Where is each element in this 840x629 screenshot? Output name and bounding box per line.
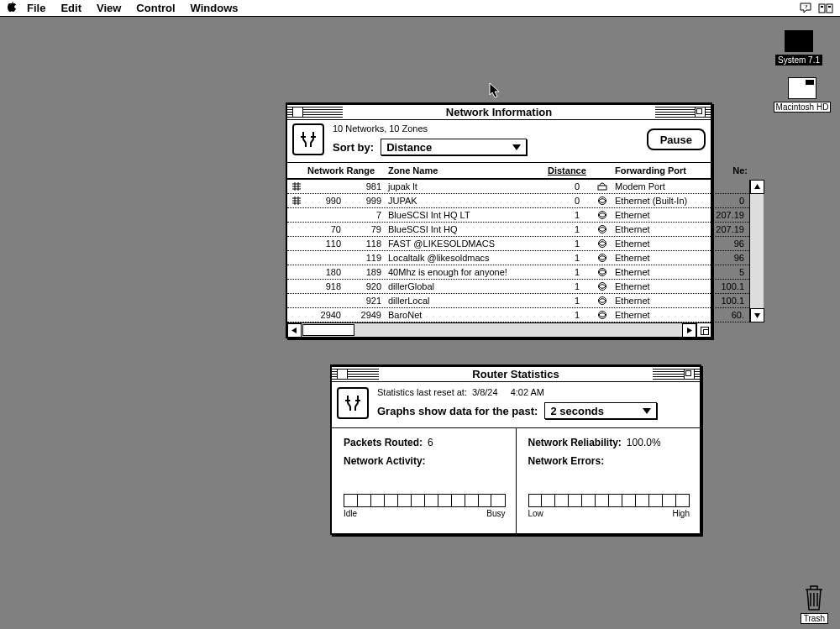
table-row[interactable]: 981jupak lt0Modem Port <box>287 180 749 194</box>
help-menu-icon[interactable]: ? <box>798 3 813 14</box>
table-row[interactable]: 918920dillerGlobal1Ethernet100.1 <box>287 280 749 294</box>
titlebar[interactable]: Network Information <box>287 104 711 120</box>
table-row[interactable]: 110118FAST @LIKESOLDMACS1Ethernet96 <box>287 237 749 251</box>
window-title: Network Information <box>343 106 656 118</box>
distance: 1 <box>546 208 591 222</box>
zone-name: JUPAK <box>386 194 546 207</box>
titlebar[interactable]: Router Statistics <box>332 366 700 382</box>
network-information-window[interactable]: Network Information 10 Networks, 10 Zone… <box>286 102 712 338</box>
next-hop <box>706 180 749 193</box>
scroll-up-icon[interactable] <box>750 180 764 194</box>
stats-reset-date: 3/8/24 <box>472 387 498 397</box>
svg-point-7 <box>599 212 606 219</box>
table-row[interactable]: 29402949BaroNet1Ethernet60. <box>287 308 749 322</box>
scroll-thumb[interactable] <box>302 324 354 336</box>
menu-edit[interactable]: Edit <box>60 2 81 14</box>
port-icon <box>591 294 613 307</box>
chevron-down-icon <box>512 144 521 150</box>
menu-file[interactable]: File <box>27 2 45 14</box>
svg-point-6 <box>599 197 606 205</box>
gauge-high-label: High <box>672 509 690 518</box>
row-type-icon <box>287 294 306 307</box>
table-row[interactable]: 7079BlueSCSI Int HQ1Ethernet207.19 <box>287 223 749 237</box>
range-start: 70 <box>306 223 346 236</box>
network-reliability-label: Network Reliability: <box>528 437 622 448</box>
svg-rect-2 <box>827 4 832 13</box>
scroll-track[interactable] <box>302 323 682 337</box>
close-box[interactable] <box>292 107 303 118</box>
range-end: 981 <box>346 180 386 193</box>
menubar[interactable]: File Edit View Control Windows ? <box>0 0 840 17</box>
range-start <box>306 294 346 307</box>
range-end: 7 <box>346 208 386 222</box>
port-icon <box>591 237 613 250</box>
scroll-right-icon[interactable] <box>682 323 696 338</box>
zone-name: dillerLocal <box>386 294 546 307</box>
port-icon <box>591 265 613 279</box>
table-row[interactable]: 18018940Mhz is enough for anyone!1Ethern… <box>287 265 749 280</box>
col-next: Ne: <box>706 163 749 178</box>
network-activity-label: Network Activity: <box>344 455 426 467</box>
pause-button[interactable]: Pause <box>647 128 706 150</box>
forwarding-port: Modem Port <box>613 180 706 193</box>
range-end: 79 <box>346 223 386 236</box>
zone-name: BaroNet <box>386 308 546 322</box>
vertical-scrollbar[interactable] <box>749 180 764 322</box>
distance: 0 <box>546 180 591 193</box>
forwarding-port: Ethernet <box>613 308 706 322</box>
port-icon <box>591 180 613 193</box>
menu-windows[interactable]: Windows <box>191 2 239 14</box>
close-box[interactable] <box>337 369 348 380</box>
graphs-period-popup[interactable]: 2 seconds <box>544 402 657 419</box>
desktop-icon-system[interactable]: System 7.1 <box>769 30 828 66</box>
row-type-icon <box>287 237 306 250</box>
sort-by-popup[interactable]: Distance <box>381 139 527 155</box>
table-row[interactable]: 921dillerLocal1Ethernet100.1 <box>287 294 749 308</box>
app-icon <box>337 387 369 419</box>
forwarding-port: Ethernet <box>613 237 706 250</box>
network-summary: 10 Networks, 10 Zones <box>333 123 527 134</box>
svg-text:?: ? <box>805 3 808 10</box>
row-type-icon <box>287 280 306 293</box>
scroll-down-icon[interactable] <box>750 308 764 322</box>
zone-name: dillerGlobal <box>386 280 546 293</box>
port-icon <box>591 308 613 322</box>
menu-view[interactable]: View <box>97 2 121 14</box>
svg-point-8 <box>599 226 606 233</box>
distance: 0 <box>546 194 591 207</box>
forwarding-port: Ethernet <box>613 280 706 293</box>
range-end: 119 <box>346 251 386 265</box>
table-row[interactable]: 7BlueSCSI Int HQ LT1Ethernet207.19 <box>287 208 749 223</box>
trash-icon[interactable]: Trash <box>801 583 828 624</box>
forwarding-port: Ethernet <box>613 223 706 236</box>
table-row[interactable]: 990999JUPAK0Ethernet (Built-In)0 <box>287 194 749 208</box>
distance: 1 <box>546 251 591 265</box>
next-hop: 207.19 <box>706 208 749 222</box>
svg-point-14 <box>599 312 606 319</box>
grow-box[interactable] <box>696 322 711 337</box>
svg-rect-3 <box>821 6 823 8</box>
packets-routed-label: Packets Routed: <box>344 437 423 448</box>
row-type-icon <box>287 208 306 222</box>
router-statistics-window[interactable]: Router Statistics Statistics last reset … <box>330 364 701 535</box>
next-hop: 96 <box>706 251 749 265</box>
horizontal-scrollbar[interactable] <box>287 322 696 337</box>
zoom-box[interactable] <box>695 107 706 118</box>
scroll-left-icon[interactable] <box>287 323 302 338</box>
zoom-box[interactable] <box>684 369 695 380</box>
application-menu-icon[interactable] <box>818 3 833 14</box>
next-hop: 5 <box>706 265 749 279</box>
scroll-track[interactable] <box>750 194 764 308</box>
network-errors-gauge: Low High <box>528 494 690 518</box>
row-type-icon <box>287 308 306 322</box>
network-activity-gauge: Idle Busy <box>344 494 506 518</box>
zone-name: BlueSCSI Int HQ LT <box>386 208 546 222</box>
menu-control[interactable]: Control <box>136 2 175 14</box>
distance: 1 <box>546 237 591 250</box>
apple-menu-icon[interactable] <box>7 0 17 16</box>
table-row[interactable]: 119Localtalk @likesoldmacs1Ethernet96 <box>287 251 749 265</box>
range-end: 118 <box>346 237 386 250</box>
desktop-icon-hd[interactable]: Macintosh HD <box>773 77 832 113</box>
row-type-icon <box>287 223 306 236</box>
svg-point-11 <box>599 269 606 276</box>
